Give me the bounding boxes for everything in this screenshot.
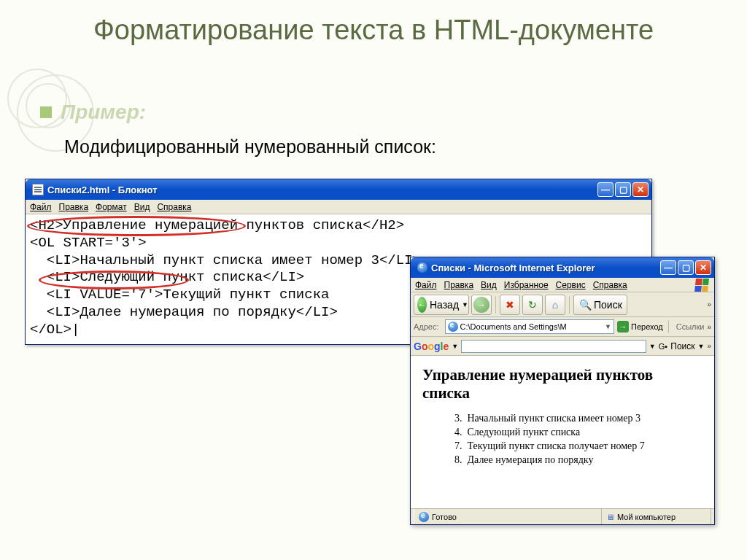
ie-menubar: Файл Правка Вид Избранное Сервис Справка — [411, 278, 714, 292]
notepad-title: Списки2.html - Блокнот — [47, 184, 597, 195]
list-item: 3. Начальный пункт списка имеет номер 3 — [454, 413, 703, 424]
notepad-menubar: Файл Правка Формат Вид Справка — [26, 200, 651, 214]
computer-icon: 🖥 — [606, 513, 614, 521]
google-search-icon[interactable]: G▪ — [659, 342, 667, 351]
address-value: C:\Documents and Settings\М — [460, 322, 567, 331]
go-button[interactable]: → Переход — [617, 321, 663, 332]
refresh-button[interactable]: ↻ — [522, 295, 543, 315]
menu-file[interactable]: Файл — [415, 280, 437, 290]
stop-button[interactable]: ✖ — [500, 295, 520, 315]
ie-window: Списки - Microsoft Internet Explorer — ▢… — [410, 257, 715, 525]
menu-file[interactable]: Файл — [30, 202, 52, 212]
address-label: Адрес: — [414, 322, 439, 331]
google-search-input[interactable] — [461, 340, 646, 353]
menu-tools[interactable]: Сервис — [556, 280, 586, 290]
ordered-list: 3. Начальный пункт списка имеет номер 3 … — [422, 413, 703, 466]
red-annotation-oval-1 — [27, 216, 246, 236]
maximize-button[interactable]: ▢ — [678, 260, 694, 275]
example-bullet: Пример: — [40, 101, 146, 124]
links-label[interactable]: Ссылки — [676, 322, 705, 331]
google-chevron-icon[interactable]: » — [707, 342, 711, 350]
menu-help[interactable]: Справка — [593, 280, 627, 290]
ie-address-toolbar: Адрес: C:\Documents and Settings\М ▼ → П… — [411, 317, 714, 337]
close-button[interactable]: ✕ — [632, 182, 649, 197]
status-zone: 🖥 Мой компьютер — [602, 509, 711, 524]
menu-favorites[interactable]: Избранное — [504, 280, 549, 290]
google-toolbar: Google ▼ ▼ G▪ Поиск ▼ » — [411, 337, 714, 356]
minimize-button[interactable]: — — [597, 182, 614, 197]
home-button[interactable]: ⌂ — [545, 295, 565, 315]
ie-nav-toolbar: ← Назад ▼ → ✖ ↻ ⌂ 🔍 Поиск » — [411, 292, 714, 317]
minimize-button[interactable]: — — [660, 260, 676, 275]
address-input[interactable]: C:\Documents and Settings\М ▼ — [445, 319, 614, 334]
back-button[interactable]: ← Назад ▼ — [414, 295, 469, 315]
forward-button[interactable]: → — [471, 295, 492, 315]
search-label: Поиск — [594, 299, 622, 311]
maximize-button[interactable]: ▢ — [615, 182, 631, 197]
ie-icon — [417, 262, 427, 273]
status-ready: Готово — [414, 509, 602, 524]
slide-title: Форматирование текста в HTML-документе — [0, 0, 747, 47]
close-button[interactable]: ✕ — [695, 260, 711, 275]
ie-statusbar: Готово 🖥 Мой компьютер — [411, 508, 714, 524]
menu-view[interactable]: Вид — [134, 202, 150, 212]
menu-view[interactable]: Вид — [481, 280, 497, 290]
menu-edit[interactable]: Правка — [444, 280, 474, 290]
document-icon — [32, 184, 44, 195]
ie-titlebar[interactable]: Списки - Microsoft Internet Explorer — ▢… — [411, 257, 714, 278]
google-search-label[interactable]: Поиск — [670, 341, 694, 351]
notepad-titlebar[interactable]: Списки2.html - Блокнот — ▢ ✕ — [26, 179, 651, 200]
ie-page-content: Управление нумерацией пунктов списка 3. … — [411, 356, 714, 478]
links-chevron-icon[interactable]: » — [707, 323, 711, 331]
menu-edit[interactable]: Правка — [59, 202, 89, 212]
example-label: Пример: — [61, 101, 146, 124]
go-label: Переход — [631, 322, 663, 331]
list-item: 7. Текущий пункт списка получает номер 7 — [454, 440, 703, 452]
subtitle: Модифицированный нумерованный список: — [64, 136, 436, 158]
red-annotation-oval-2 — [39, 271, 189, 289]
back-label: Назад — [430, 299, 459, 311]
menu-help[interactable]: Справка — [157, 202, 191, 212]
toolbar-chevron-icon[interactable]: » — [707, 300, 711, 308]
list-item: 8. Далее нумерация по порядку — [454, 454, 703, 466]
windows-logo-icon — [694, 279, 709, 292]
page-heading: Управление нумерацией пунктов списка — [422, 366, 703, 402]
search-button[interactable]: 🔍 Поиск — [573, 295, 627, 315]
ie-title: Списки - Microsoft Internet Explorer — [431, 262, 660, 273]
status-ie-icon — [419, 512, 429, 522]
google-logo[interactable]: Google — [414, 341, 449, 352]
bullet-square-icon — [40, 106, 52, 118]
page-icon — [448, 322, 458, 332]
menu-format[interactable]: Формат — [96, 202, 127, 212]
list-item: 4. Следующий пункт списка — [454, 427, 703, 438]
